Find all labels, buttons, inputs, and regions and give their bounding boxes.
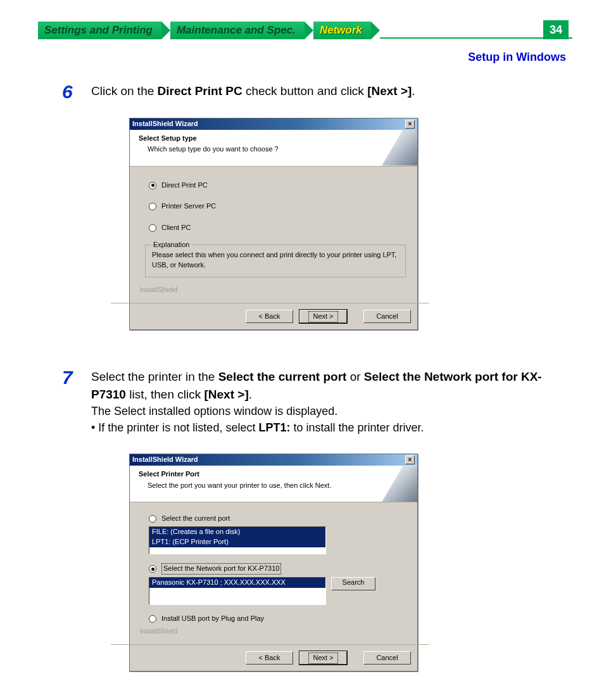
installshield-brand: InstallShield — [140, 627, 406, 637]
radio-icon — [149, 203, 156, 210]
dialog-titlebar: InstallShield Wizard × — [130, 454, 417, 466]
top-nav: Settings and Printing Maintenance and Sp… — [38, 22, 572, 39]
dialog-title: InstallShield Wizard — [132, 455, 198, 465]
radio-current-port[interactable]: Select the current port — [149, 514, 406, 524]
select-port-dialog: InstallShield Wizard × Select Printer Po… — [129, 454, 418, 671]
dialog-heading: Select Setup type — [139, 134, 411, 144]
divider — [111, 644, 429, 645]
list-item[interactable]: FILE: (Creates a file on disk) — [149, 527, 325, 537]
step6-text: Click on the — [91, 84, 158, 98]
explanation-text: Please select this when you connect and … — [152, 250, 399, 270]
back-button[interactable]: < Back — [246, 651, 293, 665]
tab-maintenance[interactable]: Maintenance and Spec. — [170, 22, 305, 39]
radio-client-pc[interactable]: Client PC — [149, 223, 406, 233]
radio-icon — [149, 224, 156, 232]
close-icon[interactable]: × — [405, 455, 415, 464]
section-link[interactable]: Setup in Windows — [468, 51, 566, 64]
dialog-subheading: Select the port you want your printer to… — [148, 481, 411, 491]
step7-bold-3: [Next >] — [204, 388, 249, 401]
radio-icon — [149, 515, 156, 523]
setup-type-dialog: InstallShield Wizard × Select Setup type… — [129, 118, 418, 331]
dialog-header: Select Setup type Which setup type do yo… — [130, 130, 417, 167]
step7-text3: list, then click — [126, 388, 204, 401]
step6-bold-2: [Next >] — [367, 84, 412, 98]
page-number: 34 — [543, 20, 569, 39]
step7-text2: or — [346, 370, 363, 383]
cancel-button[interactable]: Cancel — [363, 310, 411, 323]
cancel-button[interactable]: Cancel — [363, 651, 411, 665]
search-button[interactable]: Search — [331, 577, 375, 590]
radio-label: Select the Network port for KX-P7310 — [161, 563, 281, 575]
next-button[interactable]: Next > — [299, 310, 347, 323]
step6-text3: . — [412, 84, 415, 98]
radio-icon — [149, 615, 156, 623]
step-number: 7 — [62, 368, 91, 697]
radio-icon — [149, 182, 156, 189]
radio-label: Install USB port by Plug and Play — [161, 614, 264, 624]
installshield-brand: InstallShield — [140, 285, 406, 295]
radio-label: Direct Print PC — [161, 181, 208, 191]
divider — [111, 303, 429, 303]
current-port-list[interactable]: FILE: (Creates a file on disk) LPT1: (EC… — [149, 526, 326, 554]
step7-text: Select the printer in the — [91, 370, 218, 383]
explanation-box: Explanation Please select this when you … — [145, 245, 406, 277]
step-number: 6 — [62, 82, 91, 355]
list-item[interactable]: LPT1: (ECP Printer Port) — [149, 537, 325, 547]
dialog-subheading: Which setup type do you want to choose ? — [148, 144, 411, 155]
step6-bold-1: Direct Print PC — [158, 84, 242, 98]
close-icon[interactable]: × — [405, 120, 415, 129]
step7-note2a: • If the printer is not listed, select — [91, 421, 258, 434]
radio-printer-server[interactable]: Printer Server PC — [149, 201, 406, 212]
tab-settings[interactable]: Settings and Printing — [38, 22, 161, 39]
step7-note2c: to install the printer driver. — [290, 421, 424, 434]
step7-text4: . — [249, 388, 252, 401]
radio-label: Select the current port — [161, 514, 230, 524]
radio-label: Client PC — [161, 223, 191, 233]
dialog-title: InstallShield Wizard — [132, 119, 198, 129]
list-item[interactable]: Panasonic KX-P7310 ; XXX.XXX.XXX.XXX — [149, 578, 325, 588]
radio-direct-print[interactable]: Direct Print PC — [149, 181, 406, 191]
dialog-header: Select Printer Port Select the port you … — [130, 466, 417, 502]
step7-bold-1: Select the current port — [218, 370, 347, 383]
radio-label: Printer Server PC — [161, 201, 216, 212]
radio-network-port[interactable]: Select the Network port for KX-P7310 — [149, 563, 406, 575]
radio-usb-port[interactable]: Install USB port by Plug and Play — [149, 614, 406, 624]
step7-note1: The Select installed options window is d… — [91, 403, 566, 419]
step6-text2: check button and click — [242, 84, 368, 98]
next-button[interactable]: Next > — [299, 651, 347, 665]
radio-icon — [149, 565, 156, 573]
back-button[interactable]: < Back — [246, 310, 293, 323]
step-6: 6 Click on the Direct Print PC check but… — [62, 82, 566, 355]
step7-note2b: LPT1: — [258, 421, 290, 434]
dialog-heading: Select Printer Port — [139, 469, 411, 480]
tab-network[interactable]: Network — [313, 22, 371, 39]
fieldset-legend: Explanation — [151, 240, 192, 250]
network-port-list[interactable]: Panasonic KX-P7310 ; XXX.XXX.XXX.XXX — [149, 577, 326, 605]
dialog-titlebar: InstallShield Wizard × — [130, 118, 417, 130]
step-7: 7 Select the printer in the Select the c… — [62, 368, 566, 697]
